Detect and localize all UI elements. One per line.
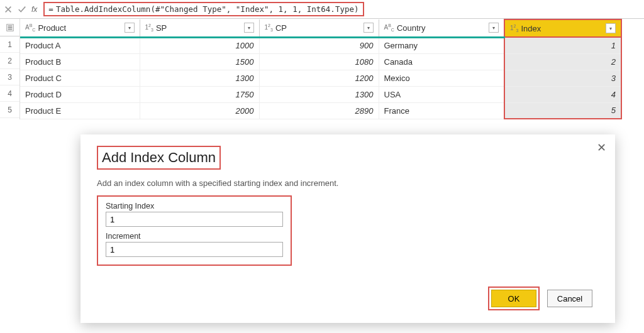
formula-equals: = [48, 4, 56, 14]
number-type-icon: 123 [265, 23, 273, 32]
table-row[interactable]: Product E 2000 2890 France 5 [20, 102, 621, 119]
row-number[interactable]: 1 [0, 36, 19, 53]
cell-product[interactable]: Product E [20, 102, 140, 119]
column-header-sp[interactable]: 123 SP ▾ [140, 19, 259, 37]
formula-text: Table.AddIndexColumn(#"Changed Type", "I… [56, 4, 359, 14]
row-number[interactable]: 4 [0, 85, 19, 102]
column-header-cp[interactable]: 123 CP ▾ [259, 19, 379, 37]
column-header-product[interactable]: ABC Product ▾ [20, 19, 140, 37]
column-header-index[interactable]: 123 Index ▾ [504, 19, 621, 37]
dialog-title: Add Index Column [97, 146, 221, 170]
cell-country[interactable]: Germany [379, 37, 504, 53]
ok-button-highlight: OK [488, 287, 540, 310]
select-all-cell[interactable] [0, 19, 19, 36]
cell-country[interactable]: France [379, 102, 504, 119]
ok-button[interactable]: OK [491, 290, 536, 307]
cell-cp[interactable]: 1080 [259, 53, 379, 70]
dialog-buttons: OK Cancel [488, 287, 592, 310]
row-number[interactable]: 3 [0, 69, 19, 85]
dialog-description: Add an index column with a specified sta… [97, 178, 599, 188]
row-number[interactable]: 5 [0, 102, 19, 118]
cell-product[interactable]: Product C [20, 70, 140, 86]
cell-sp[interactable]: 1750 [140, 86, 259, 102]
cancel-icon[interactable] [4, 5, 13, 14]
svg-rect-2 [8, 27, 12, 28]
filter-dropdown-icon[interactable]: ▾ [244, 23, 254, 33]
cell-index[interactable]: 3 [504, 70, 621, 86]
cell-product[interactable]: Product D [20, 86, 140, 102]
svg-rect-1 [8, 25, 12, 26]
column-name: Country [397, 23, 486, 33]
column-name: SP [156, 23, 242, 33]
increment-input[interactable] [106, 242, 283, 257]
cell-country[interactable]: Canada [379, 53, 504, 70]
starting-index-label: Starting Index [106, 202, 283, 210]
formula-input[interactable]: =Table.AddIndexColumn(#"Changed Type", "… [43, 2, 364, 16]
table-row[interactable]: Product B 1500 1080 Canada 2 [20, 53, 621, 70]
cell-product[interactable]: Product A [20, 37, 140, 53]
filter-dropdown-icon[interactable]: ▾ [125, 23, 135, 33]
text-type-icon: ABC [384, 23, 394, 32]
column-name: CP [275, 23, 361, 33]
cell-cp[interactable]: 1200 [259, 70, 379, 86]
cell-sp[interactable]: 1300 [140, 70, 259, 86]
table-row[interactable]: Product C 1300 1200 Mexico 3 [20, 70, 621, 86]
cell-index[interactable]: 5 [504, 102, 621, 119]
cell-country[interactable]: USA [379, 86, 504, 102]
cell-cp[interactable]: 1300 [259, 86, 379, 102]
row-number[interactable]: 2 [0, 53, 19, 69]
confirm-icon[interactable] [18, 5, 26, 14]
table-row[interactable]: Product D 1750 1300 USA 4 [20, 86, 621, 102]
filter-dropdown-icon[interactable]: ▾ [489, 23, 499, 33]
close-icon[interactable]: ✕ [597, 141, 606, 155]
column-name: Product [38, 23, 121, 33]
cell-product[interactable]: Product B [20, 53, 140, 70]
increment-label: Increment [106, 232, 283, 241]
text-type-icon: ABC [25, 23, 35, 32]
formula-bar: fx =Table.AddIndexColumn(#"Changed Type"… [0, 0, 644, 19]
data-table: ABC Product ▾ 123 SP ▾ 123 CP [20, 19, 622, 119]
filter-dropdown-icon[interactable]: ▾ [364, 23, 374, 33]
number-type-icon: 123 [510, 24, 518, 33]
cell-sp[interactable]: 1500 [140, 53, 259, 70]
column-name: Index [521, 24, 603, 33]
starting-index-input[interactable] [106, 212, 283, 227]
number-type-icon: 123 [145, 23, 153, 32]
cell-sp[interactable]: 1000 [140, 37, 259, 53]
column-header-country[interactable]: ABC Country ▾ [379, 19, 504, 37]
table-row[interactable]: Product A 1000 900 Germany 1 [20, 37, 621, 53]
cell-cp[interactable]: 900 [259, 37, 379, 53]
fx-label[interactable]: fx [31, 5, 37, 14]
cell-index[interactable]: 1 [504, 37, 621, 53]
cancel-button[interactable]: Cancel [547, 290, 592, 307]
cell-sp[interactable]: 2000 [140, 102, 259, 119]
cell-index[interactable]: 4 [504, 86, 621, 102]
dialog-fields-box: Starting Index Increment [97, 195, 292, 266]
cell-cp[interactable]: 2890 [259, 102, 379, 119]
cell-index[interactable]: 2 [504, 53, 621, 70]
svg-rect-3 [8, 28, 12, 30]
filter-dropdown-icon[interactable]: ▾ [606, 23, 616, 33]
table-area: 1 2 3 4 5 ABC Product ▾ 123 SP ▾ [0, 19, 644, 119]
row-number-column: 1 2 3 4 5 [0, 19, 20, 119]
add-index-column-dialog: ✕ Add Index Column Add an index column w… [80, 134, 615, 323]
cell-country[interactable]: Mexico [379, 70, 504, 86]
